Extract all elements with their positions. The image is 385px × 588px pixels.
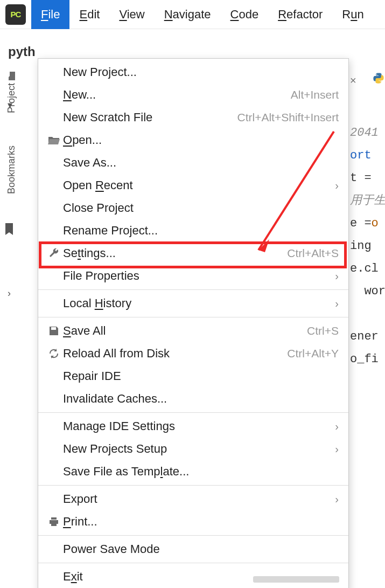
menu-export[interactable]: Export ›: [38, 488, 348, 510]
menu-reload-from-disk[interactable]: Reload All from Disk Ctrl+Alt+Y: [38, 342, 348, 365]
menu-save-as-template[interactable]: Save File as Template...: [38, 460, 348, 483]
menu-manage-ide-settings[interactable]: Manage IDE Settings ›: [38, 415, 348, 438]
menu-run[interactable]: Run: [332, 0, 373, 29]
folder-open-icon: [45, 135, 63, 145]
folder-icon: [8, 72, 15, 80]
chevron-right-icon: ›: [335, 420, 339, 433]
menu-local-history[interactable]: Local History ›: [38, 292, 348, 315]
close-tab-icon[interactable]: ×: [350, 74, 356, 87]
separator: [38, 289, 348, 290]
menu-save-as[interactable]: Save As...: [38, 151, 348, 174]
separator: [38, 317, 348, 317]
chevron-right-icon: ›: [335, 493, 339, 506]
separator: [38, 485, 348, 486]
separator: [38, 535, 348, 536]
python-file-icon: [373, 72, 384, 84]
menu-new-scratch[interactable]: New Scratch File Ctrl+Alt+Shift+Insert: [38, 106, 348, 129]
reload-icon: [45, 348, 63, 359]
tree-collapse-icon[interactable]: ›: [8, 288, 11, 299]
file-menu-dropdown: New Project... New... Alt+Insert New Scr…: [38, 58, 349, 588]
menu-refactor[interactable]: Refactor: [268, 0, 332, 29]
menu-new-project[interactable]: New Project...: [38, 61, 348, 84]
menu-rename-project[interactable]: Rename Project...: [38, 219, 348, 242]
printer-icon: [45, 516, 63, 527]
menu-file-properties[interactable]: File Properties ›: [38, 265, 348, 287]
menu-new-projects-setup[interactable]: New Projects Setup ›: [38, 438, 348, 460]
breadcrumb: pyth: [8, 44, 36, 59]
menubar: PC File Edit View Navigate Code Refactor…: [0, 0, 385, 29]
menu-code[interactable]: Code: [221, 0, 269, 29]
menu-repair-ide[interactable]: Repair IDE: [38, 365, 348, 388]
menu-settings[interactable]: Settings... Ctrl+Alt+S: [38, 242, 348, 265]
horizontal-scrollbar[interactable]: [253, 576, 339, 583]
menu-save-all[interactable]: Save All Ctrl+S: [38, 320, 348, 342]
menu-open[interactable]: Open...: [38, 129, 348, 151]
menu-print[interactable]: Print...: [38, 510, 348, 533]
menu-navigate[interactable]: Navigate: [155, 0, 221, 29]
separator: [38, 412, 348, 413]
app-icon: PC: [5, 4, 26, 25]
menu-edit[interactable]: Edit: [69, 0, 109, 29]
chevron-right-icon: ›: [335, 270, 339, 282]
save-icon: [45, 326, 63, 336]
menu-invalidate-caches[interactable]: Invalidate Caches...: [38, 388, 348, 410]
wrench-icon: [45, 248, 63, 259]
menu-new[interactable]: New... Alt+Insert: [38, 84, 348, 106]
chevron-right-icon: ›: [335, 443, 339, 455]
menu-view[interactable]: View: [109, 0, 154, 29]
menu-close-project[interactable]: Close Project: [38, 197, 348, 219]
tool-window-tabs: Project Bookmarks: [0, 67, 23, 194]
menu-file[interactable]: File: [31, 0, 69, 29]
content-area: pyth Project Bookmarks ▾ › × New Project…: [0, 29, 385, 573]
sidebar-tab-bookmarks[interactable]: Bookmarks: [6, 146, 17, 194]
chevron-right-icon: ›: [335, 298, 339, 310]
bookmark-icon: [4, 223, 14, 237]
separator: [38, 563, 348, 563]
chevron-right-icon: ›: [335, 179, 339, 192]
menu-open-recent[interactable]: Open Recent ›: [38, 174, 348, 197]
menu-power-save[interactable]: Power Save Mode: [38, 538, 348, 561]
tree-expand-icon[interactable]: ▾: [8, 99, 12, 111]
editor-peek: 2041 ort t = 用于生 e =o ing e.cl wor ener …: [350, 99, 385, 393]
